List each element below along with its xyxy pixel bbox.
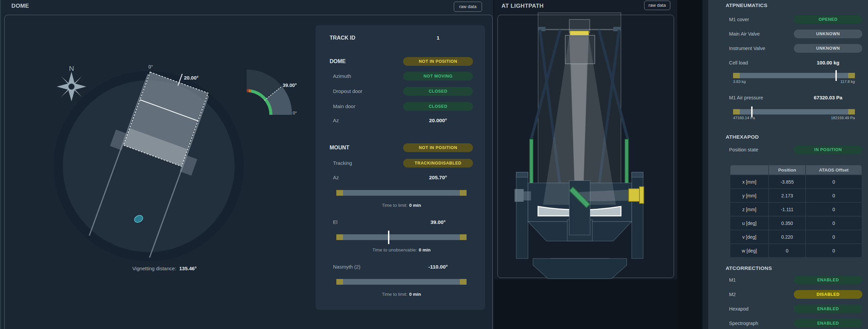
table-row: x [mm] -3.855 0: [731, 175, 862, 188]
dome-az-label: Az: [333, 116, 339, 125]
dome-azimuth-label: Azimuth: [333, 72, 351, 81]
m1-cover-label: M1 cover: [729, 15, 749, 24]
el-time-label: Time to unobservable:: [372, 247, 417, 252]
dome-panel: DOME raw data N 0°: [0, 0, 493, 329]
hexapod-header-blank: [731, 165, 768, 175]
elevation-gauge-value-label: 39.00°: [283, 83, 297, 88]
m1-cover-status-badge: OPENED: [794, 15, 862, 24]
dome-zero-tick-label: 0°: [148, 64, 153, 69]
nasmyth-slider-left-cap: [336, 279, 343, 285]
cell-load-label: Cell load: [729, 58, 748, 67]
nasmyth-time-label: Time to limit:: [382, 292, 407, 297]
cell-load-slider: [733, 73, 855, 78]
m1-pressure-range-labels: 47160.14 Pa 182159.49 Pa: [733, 116, 855, 120]
hexapod-v-label: v [deg]: [731, 230, 768, 243]
main-door-row: Main door CLOSED: [315, 102, 485, 111]
position-state-badge: IN POSITION: [794, 145, 862, 154]
corrections-hexapod-label: Hexapod: [729, 304, 748, 313]
corrections-spectrograph-badge: ENABLED: [794, 319, 862, 328]
hexapod-v-offset: 0: [806, 230, 862, 243]
mount-az-slider: [336, 190, 467, 196]
left-green-indicator-bar: [530, 139, 533, 184]
m1-pressure-slider-right-cap: [848, 109, 855, 115]
track-id-label: TRACK ID: [330, 34, 355, 42]
az-slider-right-cap: [460, 190, 467, 196]
hexapod-u-position: 0.350: [769, 216, 805, 230]
cell-load-range-labels: 3.83 kg 117.8 kg: [733, 80, 855, 84]
m1-pressure-min-label: 47160.14 Pa: [733, 116, 755, 120]
main-air-valve-status-badge: UNKNOWN: [794, 30, 862, 38]
nasmyth-slider-right-cap: [460, 279, 467, 285]
cell-load-value: 100.00 kg: [794, 58, 862, 67]
table-row: y [mm] 2.173 0: [731, 189, 862, 202]
hexapod-w-label: w [deg]: [731, 244, 768, 257]
hexapod-header-position: Position: [769, 165, 805, 175]
elevation-gauge: 39.00° 0°: [247, 69, 297, 116]
nasmyth-time-to-limit: Time to limit:0 min: [336, 290, 467, 299]
atpneumatics-title: ATPNEUMATICS: [726, 2, 767, 9]
hexapod-v-position: 0.220: [769, 230, 805, 243]
el-label: El: [333, 218, 337, 227]
dome-status-badge: NOT IN POSITION: [403, 57, 473, 66]
corrections-m2-label: M2: [729, 290, 736, 299]
el-value: 39.00°: [431, 219, 446, 225]
vignetting-distance-label: Vignetting distance:: [132, 266, 176, 271]
main-air-valve-label: Main Air Valve: [729, 29, 760, 39]
compass-rose-icon: N: [57, 64, 86, 101]
tracking-label: Tracking: [333, 159, 352, 168]
hexapod-u-label: u [deg]: [731, 216, 768, 230]
hexapod-y-position: 2.173: [769, 189, 805, 202]
dome-azimuth-pointer-label: 20.00°: [184, 75, 199, 81]
vignetting-distance: Vignetting distance: 135.46°: [104, 266, 225, 271]
cell-load-slider-right-cap: [848, 73, 855, 78]
dropout-door-status-badge: CLOSED: [403, 87, 473, 96]
dropout-door-row: Dropout door CLOSED: [315, 87, 485, 96]
el-slider-left-cap: [336, 234, 343, 240]
corrections-m1-badge: ENABLED: [794, 276, 862, 285]
lightpath-column: AT LIGHTPATH raw data: [494, 0, 677, 329]
table-row: v [deg] 0.220 0: [731, 230, 862, 243]
az-time-value: 0 min: [409, 203, 421, 208]
el-slider-right-cap: [460, 234, 467, 240]
m1-pressure-max-label: 182159.49 Pa: [831, 116, 855, 120]
hexapod-w-position: 0: [769, 244, 805, 257]
az-slider-left-cap: [336, 190, 343, 196]
m2-cover-indicator: [570, 31, 589, 35]
corrections-m1-label: M1: [729, 275, 736, 285]
hexapod-x-offset: 0: [806, 175, 862, 188]
hexapod-y-offset: 0: [806, 189, 862, 202]
mount-az-label: Az: [333, 173, 339, 182]
dome-azimuth-status-badge: NOT MOVING: [403, 72, 473, 81]
track-info-card: TRACK ID 1 DOME NOT IN POSITION Azimuth …: [315, 25, 485, 310]
hexapod-table: Position ATAOS Offset x [mm] -3.855 0 y …: [730, 164, 862, 258]
atcorrections-title: ATCORRECTIONS: [726, 265, 772, 272]
m1-pressure-slider: [733, 109, 855, 115]
nasmyth-instrument: [629, 187, 644, 204]
right-status-panel: ATPNEUMATICS M1 cover OPENED Main Air Va…: [703, 0, 868, 329]
el-slider: [336, 234, 467, 240]
mount-status-badge: NOT IN POSITION: [403, 143, 473, 152]
main-door-status-badge: CLOSED: [403, 102, 473, 111]
vignetting-distance-value: 135.46°: [179, 266, 197, 271]
nasmyth-slider: [336, 279, 467, 285]
mount-az-value: 205.70°: [429, 175, 447, 180]
el-time-to-unobservable: Time to unobservable:0 min: [336, 246, 467, 255]
table-row: w [deg] 0 0: [731, 244, 862, 257]
nasmyth-time-value: 0 min: [409, 292, 421, 297]
el-slider-marker: [388, 231, 390, 244]
instrument-valve-status-badge: UNKNOWN: [794, 44, 862, 53]
dome-az-value: 20.000°: [429, 118, 447, 123]
hexapod-x-position: -3.855: [769, 175, 805, 188]
m1-pressure-slider-left-cap: [733, 109, 740, 115]
lightpath-panel: AT LIGHTPATH raw data: [494, 0, 677, 279]
telescope-dashboard: DOME raw data N 0°: [0, 0, 868, 329]
az-time-label: Time to limit:: [382, 203, 407, 208]
hexapod-y-label: y [mm]: [731, 189, 768, 202]
compass-north-label: N: [69, 64, 74, 72]
main-door-label: Main door: [333, 102, 355, 111]
hexapod-u-offset: 0: [806, 216, 862, 230]
hexapod-z-label: z [mm]: [731, 203, 768, 216]
athexapod-title: ATHEXAPOD: [726, 133, 759, 140]
corrections-m2-badge: DISABLED: [794, 290, 862, 299]
hexapod-header-offset: ATAOS Offset: [806, 165, 862, 175]
